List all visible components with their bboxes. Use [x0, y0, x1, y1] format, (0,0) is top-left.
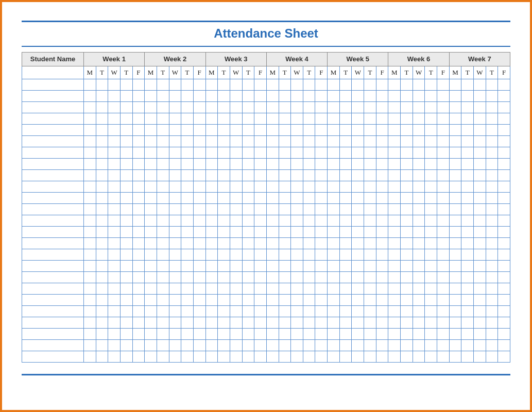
- attendance-cell[interactable]: [266, 136, 279, 147]
- attendance-cell[interactable]: [339, 249, 352, 261]
- attendance-cell[interactable]: [388, 170, 401, 181]
- attendance-cell[interactable]: [376, 261, 388, 272]
- attendance-cell[interactable]: [96, 272, 108, 283]
- attendance-cell[interactable]: [132, 91, 145, 102]
- name-cell[interactable]: [22, 79, 84, 91]
- attendance-cell[interactable]: [181, 272, 194, 283]
- attendance-cell[interactable]: [328, 261, 340, 272]
- attendance-cell[interactable]: [339, 79, 352, 91]
- attendance-cell[interactable]: [413, 351, 425, 363]
- attendance-cell[interactable]: [193, 351, 205, 363]
- attendance-cell[interactable]: [339, 147, 352, 159]
- attendance-cell[interactable]: [498, 272, 510, 283]
- attendance-cell[interactable]: [193, 147, 205, 159]
- attendance-cell[interactable]: [486, 351, 498, 363]
- attendance-cell[interactable]: [84, 329, 96, 340]
- attendance-cell[interactable]: [303, 249, 315, 261]
- attendance-cell[interactable]: [303, 295, 315, 306]
- attendance-cell[interactable]: [401, 181, 413, 193]
- attendance-cell[interactable]: [376, 136, 388, 147]
- attendance-cell[interactable]: [449, 306, 461, 317]
- attendance-cell[interactable]: [352, 317, 364, 329]
- attendance-cell[interactable]: [339, 170, 352, 181]
- attendance-cell[interactable]: [266, 329, 279, 340]
- attendance-cell[interactable]: [230, 204, 242, 215]
- attendance-cell[interactable]: [254, 136, 267, 147]
- attendance-cell[interactable]: [486, 227, 498, 238]
- attendance-cell[interactable]: [388, 79, 401, 91]
- attendance-cell[interactable]: [303, 329, 315, 340]
- attendance-cell[interactable]: [254, 204, 267, 215]
- attendance-cell[interactable]: [132, 329, 145, 340]
- name-cell[interactable]: [22, 272, 84, 283]
- attendance-cell[interactable]: [498, 249, 510, 261]
- attendance-cell[interactable]: [486, 147, 498, 159]
- attendance-cell[interactable]: [449, 317, 461, 329]
- attendance-cell[interactable]: [181, 170, 194, 181]
- attendance-cell[interactable]: [303, 317, 315, 329]
- attendance-cell[interactable]: [145, 306, 157, 317]
- attendance-cell[interactable]: [328, 136, 340, 147]
- attendance-cell[interactable]: [205, 125, 218, 136]
- attendance-cell[interactable]: [413, 317, 425, 329]
- attendance-cell[interactable]: [242, 193, 254, 204]
- attendance-cell[interactable]: [169, 113, 181, 125]
- attendance-cell[interactable]: [376, 340, 388, 351]
- attendance-cell[interactable]: [242, 170, 254, 181]
- attendance-cell[interactable]: [352, 147, 364, 159]
- attendance-cell[interactable]: [376, 317, 388, 329]
- attendance-cell[interactable]: [339, 91, 352, 102]
- attendance-cell[interactable]: [303, 193, 315, 204]
- attendance-cell[interactable]: [388, 272, 401, 283]
- attendance-cell[interactable]: [96, 329, 108, 340]
- attendance-cell[interactable]: [388, 227, 401, 238]
- attendance-cell[interactable]: [449, 283, 461, 295]
- attendance-cell[interactable]: [108, 181, 121, 193]
- attendance-cell[interactable]: [279, 306, 291, 317]
- attendance-cell[interactable]: [157, 91, 169, 102]
- attendance-cell[interactable]: [96, 340, 108, 351]
- attendance-cell[interactable]: [486, 125, 498, 136]
- attendance-cell[interactable]: [437, 227, 450, 238]
- attendance-cell[interactable]: [157, 181, 169, 193]
- attendance-cell[interactable]: [486, 249, 498, 261]
- attendance-cell[interactable]: [96, 283, 108, 295]
- attendance-cell[interactable]: [376, 147, 388, 159]
- attendance-cell[interactable]: [425, 351, 437, 363]
- attendance-cell[interactable]: [132, 113, 145, 125]
- attendance-cell[interactable]: [303, 351, 315, 363]
- attendance-cell[interactable]: [120, 283, 132, 295]
- attendance-cell[interactable]: [145, 193, 157, 204]
- attendance-cell[interactable]: [413, 136, 425, 147]
- attendance-cell[interactable]: [291, 193, 303, 204]
- attendance-cell[interactable]: [328, 170, 340, 181]
- attendance-cell[interactable]: [437, 306, 450, 317]
- attendance-cell[interactable]: [230, 227, 242, 238]
- name-cell[interactable]: [22, 238, 84, 249]
- attendance-cell[interactable]: [486, 261, 498, 272]
- attendance-cell[interactable]: [181, 204, 194, 215]
- attendance-cell[interactable]: [291, 351, 303, 363]
- attendance-cell[interactable]: [96, 238, 108, 249]
- attendance-cell[interactable]: [108, 170, 121, 181]
- name-cell[interactable]: [22, 306, 84, 317]
- attendance-cell[interactable]: [145, 351, 157, 363]
- attendance-cell[interactable]: [181, 283, 194, 295]
- attendance-cell[interactable]: [193, 193, 205, 204]
- attendance-cell[interactable]: [461, 340, 474, 351]
- attendance-cell[interactable]: [486, 340, 498, 351]
- name-cell[interactable]: [22, 66, 84, 79]
- attendance-cell[interactable]: [254, 193, 267, 204]
- attendance-cell[interactable]: [193, 102, 205, 113]
- attendance-cell[interactable]: [474, 295, 486, 306]
- attendance-cell[interactable]: [96, 181, 108, 193]
- attendance-cell[interactable]: [181, 227, 194, 238]
- attendance-cell[interactable]: [474, 147, 486, 159]
- attendance-cell[interactable]: [157, 159, 169, 170]
- attendance-cell[interactable]: [498, 125, 510, 136]
- attendance-cell[interactable]: [461, 91, 474, 102]
- attendance-cell[interactable]: [145, 91, 157, 102]
- attendance-cell[interactable]: [339, 306, 352, 317]
- attendance-cell[interactable]: [388, 306, 401, 317]
- attendance-cell[interactable]: [388, 91, 401, 102]
